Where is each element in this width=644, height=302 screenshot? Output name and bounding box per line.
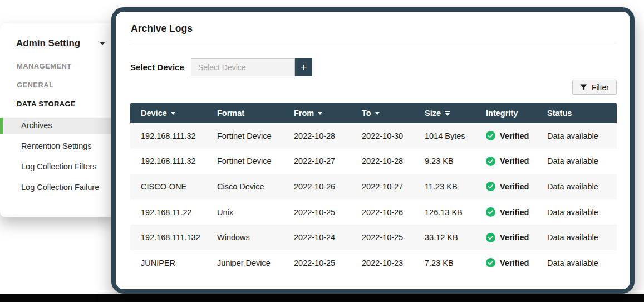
cell-from: 2022-10-28 — [294, 131, 362, 140]
sidebar-title-dropdown[interactable]: Admin Setting — [16, 37, 105, 50]
cell-size: 1014 Bytes — [425, 131, 486, 140]
cell-size: 9.23 KB — [425, 157, 486, 165]
add-device-button[interactable]: + — [295, 58, 312, 76]
sidebar-item-log-collection-failure[interactable]: Log Collection Failure — [0, 179, 117, 196]
cell-device: 192.168.11.22 — [141, 208, 217, 217]
title-divider — [130, 43, 617, 43]
cell-format: Windows — [217, 233, 294, 242]
sidebar-item-label: Log Collection Failure — [21, 183, 99, 192]
integrity-label: Verified — [500, 157, 529, 165]
filter-button[interactable]: Filter — [572, 80, 617, 95]
integrity-label: Verified — [500, 233, 529, 242]
cell-format: Juniper Device — [217, 259, 294, 267]
cell-device: 192.168.111.132 — [141, 233, 217, 242]
table-row[interactable]: 192.168.111.132 Windows 2022-10-24 2022-… — [130, 225, 617, 250]
cell-from: 2022-10-24 — [294, 233, 362, 242]
integrity-label: Verified — [500, 208, 529, 217]
select-device-label: Select Device — [130, 62, 191, 72]
table-row[interactable]: CISCO-ONE Cisco Device 2022-10-26 2022-1… — [130, 174, 617, 199]
integrity-label: Verified — [500, 259, 529, 267]
cell-to: 2022-10-25 — [362, 233, 425, 242]
verified-check-icon — [486, 182, 495, 191]
cell-device: 192.168.111.32 — [141, 157, 217, 165]
cell-status: Data available — [547, 233, 617, 242]
column-header-size[interactable]: Size — [425, 109, 486, 118]
select-device-input[interactable] — [191, 58, 295, 76]
cell-status: Data available — [547, 157, 617, 165]
cell-to: 2022-10-27 — [362, 182, 425, 191]
filter-button-label: Filter — [592, 83, 609, 92]
verified-check-icon — [486, 233, 495, 242]
verified-check-icon — [486, 207, 495, 217]
sidebar-item-log-collection-filters[interactable]: Log Collection Filters — [0, 159, 117, 175]
chevron-down-icon — [100, 42, 105, 45]
cell-status: Data available — [547, 182, 617, 191]
sidebar-section-general[interactable]: GENERAL — [17, 80, 117, 90]
sidebar-item-label: Log Collection Filters — [21, 162, 96, 171]
integrity-label: Verified — [500, 182, 529, 191]
column-header-to[interactable]: To — [362, 109, 425, 118]
filter-row: Filter — [130, 80, 617, 95]
cell-device: CISCO-ONE — [141, 182, 217, 191]
sidebar-title: Admin Setting — [16, 38, 80, 49]
cell-integrity: Verified — [486, 233, 547, 242]
sidebar-item-label: Archives — [21, 121, 52, 130]
plus-icon: + — [300, 61, 307, 73]
sidebar-section-data-storage[interactable]: DATA STORAGE — [17, 99, 117, 109]
verified-check-icon — [486, 131, 495, 140]
verified-check-icon — [486, 258, 495, 267]
cell-integrity: Verified — [486, 207, 547, 217]
active-indicator — [0, 118, 3, 134]
sort-caret-icon — [318, 112, 322, 115]
column-header-format: Format — [217, 109, 294, 118]
cell-device: JUNIPER — [141, 259, 217, 267]
cell-to: 2022-10-28 — [362, 157, 425, 165]
cell-format: Cisco Device — [217, 182, 294, 191]
integrity-label: Verified — [500, 131, 529, 140]
table-header-row: Device Format From To Size Integrity — [130, 103, 617, 123]
cell-size: 11.23 KB — [425, 182, 486, 191]
filter-funnel-icon — [580, 84, 587, 91]
cell-integrity: Verified — [486, 157, 547, 166]
sort-caret-icon — [171, 112, 175, 115]
archive-logs-panel: Archive Logs Select Device + Filter Devi… — [111, 7, 635, 294]
sidebar-item-retention-settings[interactable]: Rentention Settings — [0, 138, 117, 154]
cell-integrity: Verified — [486, 182, 547, 191]
cell-to: 2022-10-30 — [362, 131, 425, 140]
column-header-status: Status — [547, 109, 617, 118]
cell-device: 192.168.111.32 — [141, 131, 217, 140]
cell-format: Fortinet Device — [217, 131, 294, 140]
sidebar-item-archives[interactable]: Archives — [0, 118, 117, 134]
verified-check-icon — [486, 157, 495, 166]
sidebar-section-management[interactable]: MANAGEMENT — [17, 61, 117, 71]
cell-from: 2022-10-25 — [294, 259, 362, 267]
cell-to: 2022-10-26 — [362, 208, 425, 217]
column-header-integrity: Integrity — [486, 109, 547, 118]
cell-status: Data available — [547, 208, 617, 217]
cell-from: 2022-10-26 — [294, 182, 362, 191]
cell-format: Unix — [217, 208, 294, 217]
select-device-row: Select Device + — [130, 58, 617, 76]
table-row[interactable]: JUNIPER Juniper Device 2022-10-25 2022-1… — [130, 250, 617, 276]
sort-bar-caret-icon — [445, 111, 450, 116]
cell-integrity: Verified — [486, 131, 547, 140]
table-row[interactable]: 192.168.111.32 Fortinet Device 2022-10-2… — [130, 149, 617, 174]
table-row[interactable]: 192.168.11.22 Unix 2022-10-25 2022-10-26… — [130, 199, 617, 225]
page-title: Archive Logs — [131, 23, 617, 34]
cell-format: Fortinet Device — [217, 157, 294, 165]
sidebar-item-label: Rentention Settings — [21, 142, 92, 150]
table-row[interactable]: 192.168.111.32 Fortinet Device 2022-10-2… — [130, 123, 617, 149]
cell-status: Data available — [547, 259, 617, 267]
table-body: 192.168.111.32 Fortinet Device 2022-10-2… — [130, 123, 617, 276]
cell-status: Data available — [547, 131, 617, 140]
sidebar: Admin Setting MANAGEMENT GENERAL DATA ST… — [0, 23, 117, 217]
column-header-from[interactable]: From — [294, 109, 362, 118]
cell-size: 126.13 KB — [425, 208, 486, 217]
column-header-device[interactable]: Device — [141, 109, 217, 118]
cell-from: 2022-10-25 — [294, 208, 362, 217]
cell-size: 7.23 KB — [425, 259, 486, 267]
sort-caret-icon — [375, 112, 380, 115]
cell-integrity: Verified — [486, 258, 547, 267]
backdrop-bottom-edge — [0, 294, 644, 302]
archive-logs-table: Device Format From To Size Integrity — [130, 103, 617, 276]
